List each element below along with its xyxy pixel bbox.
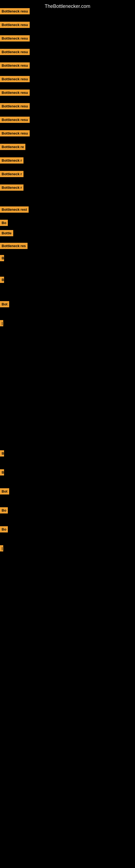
badge-item-22: | bbox=[0, 320, 3, 326]
badge-item-25: Bot bbox=[0, 488, 9, 495]
badge-item-19: B bbox=[0, 255, 4, 261]
badge-item-3: Bottleneck resu bbox=[0, 35, 30, 41]
badge-item-13: Bottleneck r bbox=[0, 171, 24, 177]
badge-item-12: Bottleneck r bbox=[0, 157, 24, 163]
badge-item-23: B bbox=[0, 450, 4, 457]
badge-item-7: Bottleneck resu bbox=[0, 90, 30, 96]
badge-item-17: Bottle bbox=[0, 230, 13, 236]
badge-item-2: Bottleneck resu bbox=[0, 22, 30, 28]
badge-item-11: Bottleneck re bbox=[0, 144, 26, 150]
badge-item-18: Bottleneck res bbox=[0, 243, 28, 249]
badge-item-4: Bottleneck resu bbox=[0, 49, 30, 55]
badge-item-14: Bottleneck r bbox=[0, 184, 24, 191]
badge-item-15: Bottleneck rest bbox=[0, 207, 29, 213]
badge-item-20: B bbox=[0, 277, 4, 283]
badge-item-10: Bottleneck resu bbox=[0, 130, 30, 136]
badge-item-16: Bo bbox=[0, 220, 8, 226]
badge-item-27: Bo bbox=[0, 526, 8, 532]
badge-item-9: Bottleneck resu bbox=[0, 117, 30, 123]
badge-item-26: Bo bbox=[0, 507, 8, 514]
badge-item-21: Bot bbox=[0, 301, 9, 307]
badge-item-1: Bottleneck resu bbox=[0, 8, 30, 14]
badge-item-24: B bbox=[0, 469, 4, 475]
badge-item-28: | bbox=[0, 545, 3, 552]
badge-item-8: Bottleneck resu bbox=[0, 103, 30, 109]
badge-item-5: Bottleneck resu bbox=[0, 62, 30, 69]
badge-item-6: Bottleneck resu bbox=[0, 76, 30, 82]
